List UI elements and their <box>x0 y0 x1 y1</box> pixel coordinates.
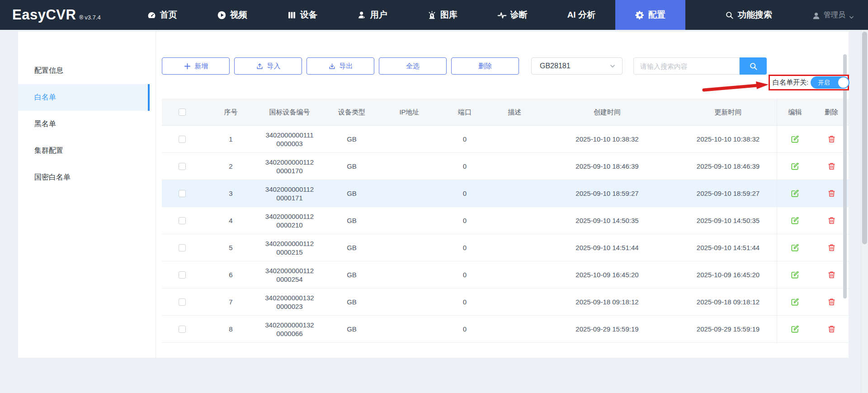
device-type: GB <box>320 126 383 152</box>
ip-address <box>383 207 435 234</box>
delete-button[interactable] <box>827 243 836 252</box>
edit-button[interactable] <box>791 243 799 252</box>
row-checkbox[interactable] <box>179 244 186 251</box>
header-checkbox-cell <box>162 99 203 125</box>
row-checkbox[interactable] <box>179 136 186 143</box>
row-checkbox[interactable] <box>179 163 186 170</box>
updated-time: 2025-09-10 18:59:27 <box>679 180 777 207</box>
edit-icon <box>791 270 799 279</box>
edit-button[interactable] <box>791 135 799 143</box>
download-icon <box>328 62 336 70</box>
device-id-line2: 0000170 <box>276 166 302 175</box>
whitelist-switch-toggle[interactable]: 开启 <box>811 76 849 89</box>
nav-item-7[interactable]: AI 分析 <box>547 0 615 30</box>
delete-cell <box>813 316 849 342</box>
delete-button[interactable] <box>827 189 836 198</box>
row-checkbox[interactable] <box>179 217 186 224</box>
edit-button[interactable] <box>791 162 799 170</box>
search-button[interactable] <box>740 57 767 75</box>
device-id-line2: 0000171 <box>276 194 302 202</box>
protocol-select[interactable]: GB28181 <box>531 57 623 75</box>
column-header: 编辑 <box>777 99 813 125</box>
edit-button[interactable] <box>791 270 799 279</box>
sidebar-item-5[interactable]: 国密白名单 <box>18 164 150 191</box>
nav-item-label: 诊断 <box>510 9 528 21</box>
search-input[interactable] <box>633 57 740 75</box>
nav-item-2[interactable]: 视频 <box>197 0 267 30</box>
pulse-icon <box>497 10 507 20</box>
device-type: GB <box>320 180 383 207</box>
content-scrollbar[interactable] <box>843 54 847 298</box>
edit-button[interactable] <box>791 325 799 333</box>
row-index: 3 <box>203 180 259 207</box>
table-row-1: 134020000001110000003GB02025-10-10 10:38… <box>162 126 849 153</box>
column-header-label: 国标设备编号 <box>269 108 310 116</box>
select-all-checkbox[interactable] <box>179 109 186 116</box>
ip-address <box>383 261 435 288</box>
delete-button[interactable] <box>827 216 836 225</box>
delete-button[interactable] <box>827 162 836 170</box>
nav-item-label: 设备 <box>300 9 317 21</box>
row-checkbox[interactable] <box>179 271 186 279</box>
device-id: 34020000001120000170 <box>259 153 320 180</box>
user-name: 管理员 <box>824 10 845 20</box>
created-time: 2025-10-10 10:38:32 <box>535 126 679 152</box>
device-type: GB <box>320 316 383 342</box>
device-type: GB <box>320 289 383 315</box>
trash-icon <box>827 216 836 225</box>
function-search-button[interactable]: 功能搜索 <box>725 9 772 21</box>
edit-cell <box>777 207 813 234</box>
delete-button[interactable] <box>827 135 836 143</box>
nav-item-3[interactable]: 设备 <box>267 0 337 30</box>
toolbar-button-1[interactable]: 新增 <box>162 57 230 75</box>
toolbar-button-2[interactable]: 导入 <box>234 57 302 75</box>
user-menu[interactable]: 管理员 <box>812 10 854 20</box>
row-index: 5 <box>203 234 259 261</box>
page-scrollbar[interactable] <box>861 30 868 393</box>
sidebar-item-2[interactable]: 白名单 <box>18 84 150 111</box>
column-header: IP地址 <box>383 99 435 125</box>
description <box>494 126 535 152</box>
device-icon <box>287 10 297 20</box>
sidebar-item-label: 黑名单 <box>34 119 56 129</box>
toolbar-button-4[interactable]: 全选 <box>379 57 447 75</box>
trash-icon <box>827 162 836 170</box>
nav-item-6[interactable]: 诊断 <box>477 0 547 30</box>
row-checkbox[interactable] <box>179 190 186 197</box>
sidebar-item-3[interactable]: 黑名单 <box>18 111 150 137</box>
delete-button[interactable] <box>827 325 836 333</box>
row-checkbox-cell <box>162 207 203 234</box>
edit-button[interactable] <box>791 298 799 306</box>
created-time: 2025-09-10 14:50:35 <box>535 207 679 234</box>
device-id: 34020000001320000023 <box>259 289 320 315</box>
row-index: 4 <box>203 207 259 234</box>
nav-item-8[interactable]: 配置 <box>615 0 685 30</box>
device-id-line1: 3402000000112 <box>265 185 314 194</box>
edit-button[interactable] <box>791 189 799 198</box>
page-scrollbar-thumb[interactable] <box>862 32 867 244</box>
description <box>494 289 535 315</box>
toolbar-button-3[interactable]: 导出 <box>307 57 374 75</box>
search-icon <box>725 11 734 19</box>
description <box>494 316 535 342</box>
edit-cell <box>777 126 813 152</box>
gauge-icon <box>147 10 156 20</box>
toolbar-button-5[interactable]: 删除 <box>451 57 519 75</box>
nav-item-5[interactable]: 图库 <box>407 0 477 30</box>
column-header-label: 序号 <box>224 108 238 116</box>
sidebar-item-1[interactable]: 配置信息 <box>18 57 150 84</box>
nav-item-4[interactable]: 用户 <box>337 0 407 30</box>
device-id: 34020000001120000254 <box>259 261 320 288</box>
sidebar-item-4[interactable]: 集群配置 <box>18 137 150 164</box>
app-version: v3.7.4 <box>85 14 100 21</box>
created-time: 2025-09-18 09:18:12 <box>535 289 679 315</box>
delete-button[interactable] <box>827 298 836 306</box>
row-index: 8 <box>203 316 259 342</box>
edit-button[interactable] <box>791 216 799 225</box>
nav-item-1[interactable]: 首页 <box>127 0 197 30</box>
row-checkbox[interactable] <box>179 326 186 333</box>
table-row-4: 434020000001120000210GB02025-09-10 14:50… <box>162 207 849 234</box>
description <box>494 207 535 234</box>
row-checkbox[interactable] <box>179 298 186 306</box>
delete-button[interactable] <box>827 270 836 279</box>
